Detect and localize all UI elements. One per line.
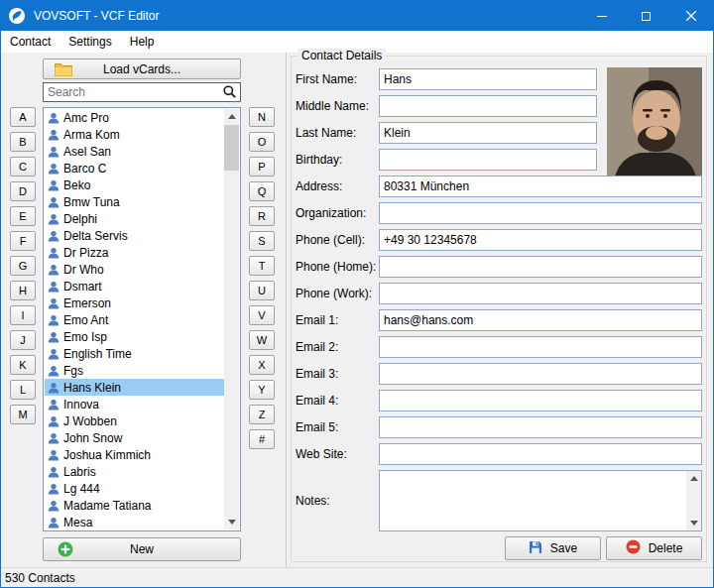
letter-button-n[interactable]: N — [249, 107, 275, 127]
first-name-field[interactable] — [379, 68, 597, 90]
floppy-icon — [529, 540, 542, 557]
action-buttons: Save Delete — [296, 536, 702, 560]
contact-list-item[interactable]: Emerson — [45, 294, 224, 311]
contact-list-item[interactable]: Amc Pro — [45, 109, 224, 126]
letter-button-p[interactable]: P — [249, 157, 275, 176]
letter-button-u[interactable]: U — [249, 281, 275, 300]
letter-button-k[interactable]: K — [10, 355, 36, 375]
letter-button-m[interactable]: M — [10, 405, 36, 424]
person-icon — [48, 179, 60, 191]
search-icon[interactable] — [222, 84, 237, 102]
letter-button-v[interactable]: V — [249, 305, 275, 325]
contact-name: Dr Who — [63, 263, 104, 277]
contact-list-item[interactable]: J Wobben — [45, 412, 224, 429]
organization-field[interactable] — [379, 202, 702, 224]
letter-button-g[interactable]: G — [10, 256, 36, 276]
person-icon — [48, 163, 60, 175]
contact-list-item[interactable]: Labris — [45, 463, 224, 480]
list-scrollbar[interactable] — [224, 109, 239, 529]
menu-help[interactable]: Help — [121, 31, 164, 53]
letter-button-t[interactable]: T — [249, 256, 275, 276]
menu-settings[interactable]: Settings — [60, 31, 120, 53]
contact-list-item[interactable]: Emo Ant — [45, 311, 224, 328]
contact-list-item[interactable]: Beko — [45, 176, 224, 193]
contact-list-item[interactable]: Arma Kom — [45, 126, 224, 143]
email-3-field[interactable] — [379, 363, 702, 385]
minimize-button[interactable] — [579, 1, 624, 31]
contact-list-item[interactable]: Delta Servis — [45, 227, 224, 244]
titlebar: VOVSOFT - VCF Editor — [1, 1, 713, 31]
phone-work-field[interactable] — [379, 283, 702, 304]
contact-list-item[interactable]: English Time — [45, 345, 224, 362]
contact-list-item[interactable]: Lg 444 — [45, 480, 224, 497]
person-icon — [48, 264, 60, 276]
phone-cell-field[interactable] — [379, 229, 702, 251]
contact-list-item[interactable]: Joshua Kimmich — [45, 446, 224, 463]
letter-button-j[interactable]: J — [10, 330, 36, 350]
contact-list-item[interactable]: Barco C — [45, 160, 224, 176]
contact-list-item[interactable]: Delphi — [45, 210, 224, 227]
email-4-field[interactable] — [379, 390, 702, 412]
letter-button-h[interactable]: H — [10, 281, 36, 300]
notes-scroll-up-icon[interactable] — [686, 471, 701, 486]
contact-list-item[interactable]: Asel San — [45, 143, 224, 160]
maximize-button[interactable] — [624, 1, 668, 31]
letter-button-z[interactable]: Z — [249, 405, 275, 424]
contact-list-item[interactable]: Fgs — [45, 362, 224, 379]
letter-button-b[interactable]: B — [10, 132, 36, 152]
letter-button-o[interactable]: O — [249, 132, 275, 152]
letter-button-l[interactable]: L — [10, 380, 36, 400]
contact-name: Dsmart — [63, 280, 102, 294]
new-contact-button[interactable]: New — [43, 537, 241, 561]
contact-list-item[interactable]: Mesa — [45, 514, 224, 530]
contact-list-item[interactable]: Hans Klein — [45, 379, 224, 396]
birthday-field[interactable] — [379, 149, 597, 171]
letter-button-d[interactable]: D — [10, 181, 36, 201]
scrollbar-thumb[interactable] — [224, 125, 239, 171]
phone-cell-label: Phone (Cell): — [296, 233, 379, 247]
scroll-down-icon[interactable] — [224, 515, 239, 529]
letter-button-f[interactable]: F — [10, 231, 36, 251]
email-5-field[interactable] — [379, 416, 702, 438]
contact-list-item[interactable]: Bmw Tuna — [45, 193, 224, 210]
menu-contact[interactable]: Contact — [1, 31, 60, 53]
notes-scroll-down-icon[interactable] — [686, 516, 701, 530]
email-1-field[interactable] — [379, 309, 702, 331]
notes-field[interactable] — [380, 471, 701, 530]
contact-list-item[interactable]: Dr Pizza — [45, 244, 224, 261]
address-field[interactable] — [379, 176, 702, 197]
contact-list-item[interactable]: Innova — [45, 396, 224, 412]
web-site-row: Web Site: — [296, 443, 702, 465]
close-button[interactable] — [668, 1, 713, 31]
close-icon — [686, 11, 696, 21]
last-name-field[interactable] — [379, 122, 597, 144]
contact-list-item[interactable]: Dsmart — [45, 278, 224, 294]
phone-home-field[interactable] — [379, 256, 702, 278]
delete-label: Delete — [649, 541, 683, 555]
letter-button-y[interactable]: Y — [249, 380, 275, 400]
letter-button-r[interactable]: R — [249, 206, 275, 226]
middle-name-field[interactable] — [379, 95, 597, 117]
letter-button-hash[interactable]: # — [249, 429, 275, 449]
web-site-field[interactable] — [379, 443, 702, 465]
letter-button-i[interactable]: I — [10, 305, 36, 325]
letter-button-a[interactable]: A — [10, 107, 36, 127]
letter-button-e[interactable]: E — [10, 206, 36, 226]
letter-button-s[interactable]: S — [249, 231, 275, 251]
load-vcards-button[interactable]: Load vCards... — [43, 59, 241, 79]
search-input[interactable] — [43, 82, 241, 102]
notes-scrollbar[interactable] — [686, 471, 701, 530]
save-button[interactable]: Save — [505, 536, 601, 560]
contact-list-item[interactable]: John Snow — [45, 429, 224, 446]
letter-button-c[interactable]: C — [10, 157, 36, 176]
contact-list-item[interactable]: Dr Who — [45, 261, 224, 278]
email-2-field[interactable] — [379, 336, 702, 358]
letter-button-x[interactable]: X — [249, 355, 275, 375]
delete-button[interactable]: Delete — [606, 536, 702, 560]
scroll-up-icon[interactable] — [224, 109, 239, 124]
contact-list-item[interactable]: Madame Tatiana — [45, 497, 224, 514]
person-icon — [48, 466, 60, 478]
contact-list-item[interactable]: Emo Isp — [45, 328, 224, 345]
letter-button-w[interactable]: W — [249, 330, 275, 350]
letter-button-q[interactable]: Q — [249, 181, 275, 201]
